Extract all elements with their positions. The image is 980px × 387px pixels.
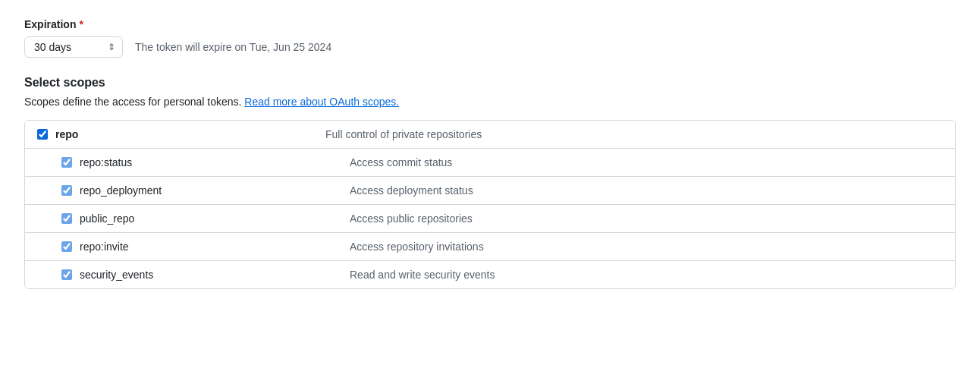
scope-left-public-repo: public_repo bbox=[61, 212, 350, 225]
scope-description-security-events: Read and write security events bbox=[350, 269, 943, 281]
scope-description-repo: Full control of private repositories bbox=[325, 128, 943, 140]
scope-checkbox-repo-deployment[interactable] bbox=[61, 185, 72, 196]
required-indicator: * bbox=[79, 18, 83, 30]
scope-left-repo-deployment: repo_deployment bbox=[61, 184, 350, 197]
scopes-section: Select scopes Scopes define the access f… bbox=[24, 76, 956, 289]
scope-description-public-repo: Access public repositories bbox=[350, 212, 943, 225]
scope-name-public-repo[interactable]: public_repo bbox=[80, 212, 134, 225]
expiration-select[interactable]: 7 days 30 days 60 days 90 days Custom No… bbox=[24, 36, 123, 58]
expiration-row: 7 days 30 days 60 days 90 days Custom No… bbox=[24, 36, 956, 58]
expiration-label: Expiration * bbox=[24, 18, 956, 30]
scope-left-security-events: security_events bbox=[61, 269, 350, 281]
scope-row-repo-status: repo:status Access commit status bbox=[25, 149, 955, 177]
scope-left-repo: repo bbox=[37, 128, 325, 140]
scope-description-repo-deployment: Access deployment status bbox=[350, 184, 943, 197]
scope-description-repo-invite: Access repository invitations bbox=[350, 241, 943, 253]
scope-row-repo-deployment: repo_deployment Access deployment status bbox=[25, 177, 955, 205]
oauth-scopes-link[interactable]: Read more about OAuth scopes. bbox=[244, 96, 399, 108]
scope-row-repo: repo Full control of private repositorie… bbox=[25, 121, 955, 149]
scope-name-repo-deployment[interactable]: repo_deployment bbox=[80, 184, 162, 197]
expiration-select-wrapper: 7 days 30 days 60 days 90 days Custom No… bbox=[24, 36, 123, 58]
scope-row-repo-invite: repo:invite Access repository invitation… bbox=[25, 233, 955, 261]
scopes-description: Scopes define the access for personal to… bbox=[24, 96, 956, 108]
scope-name-repo-status[interactable]: repo:status bbox=[80, 156, 132, 168]
scope-checkbox-security-events[interactable] bbox=[61, 269, 72, 280]
scope-row-security-events: security_events Read and write security … bbox=[25, 261, 955, 288]
scopes-title: Select scopes bbox=[24, 76, 956, 90]
expiration-label-text: Expiration bbox=[24, 18, 76, 30]
scope-name-repo-invite[interactable]: repo:invite bbox=[80, 241, 129, 253]
scope-checkbox-repo[interactable] bbox=[37, 129, 48, 140]
scope-left-repo-invite: repo:invite bbox=[61, 241, 350, 253]
expiration-section: Expiration * 7 days 30 days 60 days 90 d… bbox=[24, 18, 956, 58]
scope-description-repo-status: Access commit status bbox=[350, 156, 943, 168]
scope-left-repo-status: repo:status bbox=[61, 156, 350, 168]
scope-name-security-events[interactable]: security_events bbox=[80, 269, 153, 281]
scope-name-repo[interactable]: repo bbox=[55, 128, 78, 140]
scopes-table: repo Full control of private repositorie… bbox=[24, 120, 956, 289]
scope-checkbox-repo-invite[interactable] bbox=[61, 241, 72, 252]
scopes-description-text: Scopes define the access for personal to… bbox=[24, 96, 241, 108]
scope-row-public-repo: public_repo Access public repositories bbox=[25, 205, 955, 233]
scope-checkbox-public-repo[interactable] bbox=[61, 213, 72, 224]
scope-checkbox-repo-status[interactable] bbox=[61, 157, 72, 168]
expiration-hint: The token will expire on Tue, Jun 25 202… bbox=[135, 41, 331, 53]
